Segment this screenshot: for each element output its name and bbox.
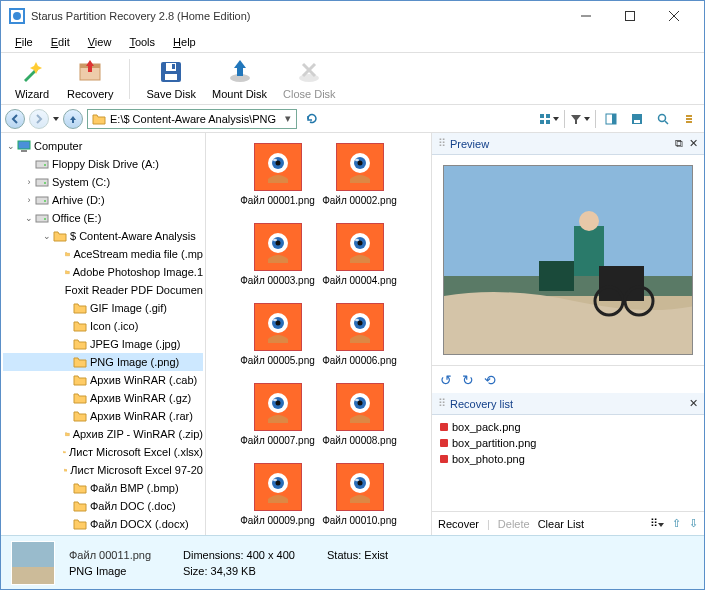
svg-point-74 — [275, 481, 280, 486]
file-item[interactable]: Файл 00010.png — [322, 459, 398, 535]
tree-filetype[interactable]: Лист Microsoft Excel 97-20 — [3, 461, 203, 479]
menu-tools[interactable]: Tools — [121, 34, 163, 50]
file-item[interactable]: Файл 00007.png — [240, 379, 316, 457]
svg-point-50 — [275, 241, 280, 246]
tree-filetype[interactable]: AceStream media file (.mp — [3, 245, 203, 263]
tree-filetype[interactable]: Файл DOC (.doc) — [3, 497, 203, 515]
file-item[interactable]: Файл 00009.png — [240, 459, 316, 535]
file-item[interactable]: Файл 00008.png — [322, 379, 398, 457]
tree-root[interactable]: ⌄ Computer — [3, 137, 203, 155]
recovery-item[interactable]: box_photo.png — [440, 451, 696, 467]
menu-view[interactable]: View — [80, 34, 120, 50]
tree-filetype[interactable]: Архив WinRAR (.rar) — [3, 407, 203, 425]
recovery-title: Recovery list — [450, 398, 689, 410]
toggle-preview-button[interactable] — [600, 109, 622, 129]
recovery-list[interactable]: box_pack.png box_partition.png box_photo… — [432, 415, 704, 511]
tree-drive[interactable]: Floppy Disk Drive (A:) — [3, 155, 203, 173]
file-item[interactable]: Файл 00001.png — [240, 139, 316, 217]
recovery-down-button[interactable]: ⇩ — [689, 517, 698, 530]
close-button[interactable] — [652, 2, 696, 30]
file-item[interactable]: Файл 00005.png — [240, 299, 316, 377]
clear-list-button[interactable]: Clear List — [538, 518, 584, 530]
nav-forward-button[interactable] — [29, 109, 49, 129]
folder-tree[interactable]: ⌄ Computer Floppy Disk Drive (A:) › Syst… — [1, 133, 206, 535]
mount-disk-icon — [226, 58, 254, 86]
file-item[interactable]: Файл 00004.png — [322, 219, 398, 297]
recovery-up-button[interactable]: ⇧ — [672, 517, 681, 530]
folder-icon — [64, 463, 67, 477]
recovery-label: Recovery — [67, 88, 113, 100]
file-item[interactable]: Файл 00003.png — [240, 219, 316, 297]
save-button[interactable] — [626, 109, 648, 129]
options-button[interactable] — [678, 109, 700, 129]
svg-point-37 — [44, 200, 46, 202]
nav-history-dropdown[interactable] — [53, 117, 59, 121]
file-name: Файл 00002.png — [322, 195, 398, 206]
file-grid[interactable]: Файл 00001.png Файл 00002.png Файл 00003… — [206, 133, 431, 535]
view-tiles-button[interactable] — [538, 109, 560, 129]
address-input[interactable] — [110, 110, 280, 128]
wizard-icon — [18, 58, 46, 86]
svg-rect-22 — [612, 114, 616, 124]
svg-rect-30 — [18, 141, 30, 149]
recovery-menu-button[interactable]: ⠿ — [650, 517, 664, 530]
recovery-icon — [76, 58, 104, 86]
tree-drive[interactable]: › System (C:) — [3, 173, 203, 191]
tree-filetype[interactable]: Foxit Reader PDF Documen — [3, 281, 203, 299]
tree-filetype[interactable]: Файл BMP (.bmp) — [3, 479, 203, 497]
minimize-button[interactable] — [564, 2, 608, 30]
folder-icon — [73, 373, 87, 387]
recovery-item[interactable]: box_partition.png — [440, 435, 696, 451]
recovery-panel: box_pack.png box_partition.png box_photo… — [432, 415, 704, 535]
svg-rect-36 — [36, 197, 48, 204]
nav-back-button[interactable] — [5, 109, 25, 129]
reset-button[interactable]: ⟲ — [484, 372, 496, 388]
file-item[interactable]: Файл 00006.png — [322, 299, 398, 377]
wizard-button[interactable]: Wizard — [7, 56, 57, 102]
address-dropdown[interactable]: ▾ — [280, 112, 296, 125]
preview-popout-button[interactable]: ⧉ — [675, 137, 683, 150]
address-bar: ▾ — [1, 105, 704, 133]
file-item[interactable]: Файл 00002.png — [322, 139, 398, 217]
rotate-cw-button[interactable]: ↻ — [462, 372, 474, 388]
rotate-ccw-button[interactable]: ↺ — [440, 372, 452, 388]
menu-edit[interactable]: Edit — [43, 34, 78, 50]
preview-close-button[interactable]: ✕ — [689, 137, 698, 150]
tree-filetype[interactable]: GIF Image (.gif) — [3, 299, 203, 317]
folder-icon — [73, 517, 87, 531]
right-panel: ⠿ Preview ⧉ ✕ — [431, 133, 704, 535]
menu-file[interactable]: File — [7, 34, 41, 50]
tree-filetype[interactable]: Icon (.ico) — [3, 317, 203, 335]
tree-filetype[interactable]: Лист Microsoft Excel (.xlsx) — [3, 443, 203, 461]
tree-drive[interactable]: ⌄ Office (E:) — [3, 209, 203, 227]
tree-filetype[interactable]: Архив WinRAR (.cab) — [3, 371, 203, 389]
svg-point-35 — [44, 182, 46, 184]
svg-point-2 — [13, 12, 21, 20]
tree-drive[interactable]: › Arhive (D:) — [3, 191, 203, 209]
tree-filetype[interactable]: Архив WinRAR (.gz) — [3, 389, 203, 407]
file-thumbnail — [254, 383, 302, 431]
save-disk-button[interactable]: Save Disk — [140, 56, 202, 102]
filter-button[interactable] — [569, 109, 591, 129]
file-thumbnail — [254, 463, 302, 511]
maximize-button[interactable] — [608, 2, 652, 30]
tree-filetype[interactable]: PNG Image (.png) — [3, 353, 203, 371]
recovery-button[interactable]: Recovery — [61, 56, 119, 102]
tree-filetype[interactable]: Adobe Photoshop Image.1 — [3, 263, 203, 281]
recovery-close-button[interactable]: ✕ — [689, 397, 698, 410]
preview-image — [443, 165, 693, 355]
file-name: Файл 00006.png — [322, 355, 398, 366]
search-button[interactable] — [652, 109, 674, 129]
menu-help[interactable]: Help — [165, 34, 204, 50]
refresh-button[interactable] — [301, 109, 323, 129]
tree-filetype[interactable]: Файл DOCX (.docx) — [3, 515, 203, 533]
recovery-header: ⠿ Recovery list ✕ — [432, 393, 704, 415]
nav-up-button[interactable] — [63, 109, 83, 129]
recovery-item[interactable]: box_pack.png — [440, 419, 696, 435]
tree-content-aware[interactable]: ⌄ $ Content-Aware Analysis — [3, 227, 203, 245]
tree-filetype[interactable]: JPEG Image (.jpg) — [3, 335, 203, 353]
recover-button[interactable]: Recover — [438, 518, 479, 530]
file-thumbnail — [336, 143, 384, 191]
mount-disk-button[interactable]: Mount Disk — [206, 56, 273, 102]
tree-filetype[interactable]: Архив ZIP - WinRAR (.zip) — [3, 425, 203, 443]
